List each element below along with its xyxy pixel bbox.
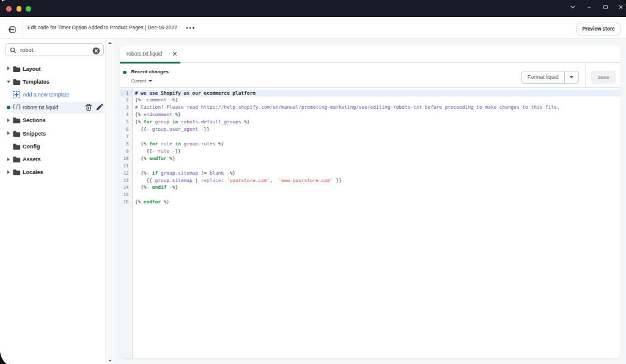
header-separator <box>585 63 586 87</box>
version-dropdown[interactable]: Current <box>131 78 153 84</box>
format-liquid-dropdown[interactable] <box>564 71 578 83</box>
tab-close-icon[interactable] <box>171 50 179 57</box>
rename-file-icon[interactable] <box>95 103 103 112</box>
line-number: 14 <box>120 184 133 191</box>
code-text: {% endfor %} <box>133 198 170 206</box>
exit-icon[interactable] <box>8 25 16 33</box>
code-text <box>133 191 135 198</box>
folder-icon <box>13 142 21 150</box>
tab-robots-txt-liquid[interactable]: robots.txt.liquid <box>120 46 180 63</box>
sidebar-scrollbar[interactable] <box>105 39 114 364</box>
line-number: 11 <box>120 162 133 170</box>
code-text: {{- rule -}} <box>133 148 181 155</box>
liquid-file-icon: {/} <box>12 103 22 110</box>
search-input[interactable] <box>17 46 92 53</box>
format-liquid-split-button: Format liquid <box>521 71 580 84</box>
code-line-14: 14 {%- endif -%} <box>120 184 620 191</box>
code-text: {% endfor %} <box>133 155 175 162</box>
mac-close-button[interactable] <box>6 6 12 12</box>
recent-changes-label: Recent changes <box>131 69 169 75</box>
scroll-down-icon[interactable] <box>108 360 112 362</box>
window-maximize-icon[interactable] <box>597 0 613 16</box>
line-number: 16 <box>120 198 133 206</box>
tree-item-label: Snippets <box>23 131 46 137</box>
tree-item-label: Templates <box>23 79 50 85</box>
save-button[interactable]: Save <box>591 71 616 84</box>
tree-item-label: Sections <box>23 117 46 123</box>
line-number: 13 <box>120 177 133 184</box>
scroll-up-icon[interactable] <box>108 42 112 44</box>
code-text <box>133 162 135 170</box>
search-icon <box>10 45 17 56</box>
toolbar-divider <box>23 17 23 38</box>
recent-changes-dot <box>123 71 126 74</box>
format-liquid-button[interactable]: Format liquid <box>522 71 565 83</box>
code-editor-card: robots.txt.liquid Recent changes Current… <box>120 46 620 359</box>
window-minimize-icon[interactable] <box>581 0 597 16</box>
delete-file-icon[interactable] <box>84 103 92 112</box>
code-text: {{- group.user_agent -}} <box>133 126 210 133</box>
code-line-13: 13 {{ group.sitemap | replace: 'yourstor… <box>120 177 620 184</box>
code-editor[interactable]: 1# we use Shopify as our ecommerce platf… <box>120 88 620 359</box>
preview-store-button[interactable]: Preview store <box>576 23 620 35</box>
tree-item-robots-txt-liquid[interactable]: {/}robots.txt.liquid <box>0 101 105 114</box>
line-number: 8 <box>120 140 133 148</box>
tree-item-label: Layout <box>23 66 41 72</box>
tree-item-label: Locales <box>23 169 43 175</box>
code-text: {%- comment -%} <box>133 96 179 104</box>
code-text: # we use Shopify as our ecommerce platfo… <box>133 90 621 97</box>
more-actions-icon[interactable] <box>186 17 194 38</box>
tree-item-layout[interactable]: Layout <box>0 62 105 75</box>
page-title: Edit code for Timer Option Added to Prod… <box>28 17 177 38</box>
window-titlebar <box>0 0 626 17</box>
shopify-code-editor-window: Edit code for Timer Option Added to Prod… <box>0 0 626 364</box>
chevron-right-icon[interactable] <box>7 67 10 70</box>
code-line-15: 15 <box>120 191 620 198</box>
code-line-7: 7 <box>120 133 620 140</box>
line-number: 7 <box>120 133 133 140</box>
code-line-10: 10 {% endfor %} <box>120 155 620 162</box>
tree-item-templates[interactable]: Templates <box>0 75 105 88</box>
line-number: 2 <box>120 96 133 104</box>
add-template-icon <box>13 91 20 98</box>
code-line-2: 2{%- comment -%} <box>120 96 620 104</box>
clear-search-icon[interactable] <box>92 46 100 54</box>
folder-icon <box>13 65 21 73</box>
tree-item-config[interactable]: Config <box>0 140 105 153</box>
code-text: {% for rule in group.rules %} <box>133 140 224 148</box>
code-text: {% endcomment %} <box>133 111 181 118</box>
code-line-8: 8 {% for rule in group.rules %} <box>120 140 620 148</box>
code-text <box>133 133 135 140</box>
tree-item-snippets[interactable]: Snippets <box>0 127 105 140</box>
chevron-right-icon[interactable] <box>7 170 10 174</box>
chevron-right-icon[interactable] <box>7 118 10 122</box>
line-number: 6 <box>120 126 133 133</box>
tree-item-add-a-new-template[interactable]: Add a new template <box>0 88 105 101</box>
version-label: Current <box>131 78 146 84</box>
mac-minimize-button[interactable] <box>17 6 22 12</box>
tree-item-locales[interactable]: Locales <box>0 166 105 179</box>
window-chevron-down-icon[interactable] <box>565 0 581 16</box>
code-text: # Caution! Please read https://help.shop… <box>133 104 560 111</box>
editor-content: LayoutTemplatesAdd a new template{/}robo… <box>0 39 626 364</box>
mac-zoom-button[interactable] <box>26 6 31 12</box>
file-search[interactable] <box>5 43 104 56</box>
tab-bar: robots.txt.liquid <box>120 46 620 63</box>
code-line-5: 5{% for group in robots.default_groups %… <box>120 118 620 126</box>
folder-icon <box>13 129 21 137</box>
format-caret-icon <box>570 76 573 78</box>
window-close-icon[interactable] <box>613 0 626 16</box>
line-number: 3 <box>120 104 133 111</box>
tree-item-sections[interactable]: Sections <box>0 114 105 127</box>
chevron-right-icon[interactable] <box>7 131 10 135</box>
code-text: {%- endif -%} <box>133 184 179 191</box>
chevron-down-icon[interactable] <box>7 81 10 83</box>
version-caret-icon <box>149 80 152 82</box>
line-number: 4 <box>120 111 133 118</box>
tab-label: robots.txt.liquid <box>127 46 162 62</box>
tree-item-assets[interactable]: Assets <box>0 153 105 166</box>
folder-icon <box>13 117 21 125</box>
chevron-right-icon[interactable] <box>7 158 10 161</box>
code-line-12: 12 {%- if group.sitemap != blank -%} <box>120 170 620 177</box>
desktop-corner-bottom-left <box>0 351 7 364</box>
